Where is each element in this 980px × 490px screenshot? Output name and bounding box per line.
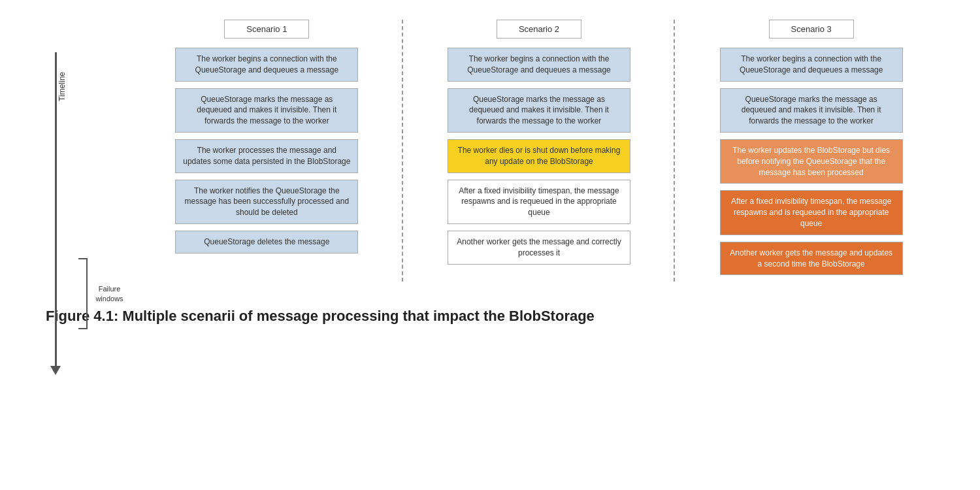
timeline-container: Timeline (33, 20, 78, 59)
timeline-arrowhead (50, 366, 61, 375)
scenario-1-column: Scenario 1 The worker begins a connectio… (131, 20, 403, 282)
bracket-vert-line (86, 259, 88, 328)
s1-box3: The worker processes the message and upd… (175, 139, 358, 173)
s1-box1: The worker begins a connection with the … (175, 48, 358, 82)
s2-box1: The worker begins a connection with the … (448, 48, 630, 82)
timeline-label: Timeline (57, 72, 67, 101)
s3-box4: After a fixed invisibility timespan, the… (720, 190, 903, 235)
s2-box4: After a fixed invisibility timespan, the… (448, 180, 630, 224)
s1-box2: QueueStorage marks the message as dequeu… (175, 88, 358, 133)
timeline-line (55, 52, 57, 366)
scenario-2-column: Scenario 2 The worker begins a connectio… (403, 20, 676, 282)
scenario-2-title: Scenario 2 (497, 20, 581, 39)
s2-box5: Another worker gets the message and corr… (448, 231, 630, 265)
s1-box5: QueueStorage deletes the message (175, 231, 358, 253)
scenario-3-title: Scenario 3 (769, 20, 854, 39)
scenario-1-title: Scenario 1 (224, 20, 309, 39)
scenario-3-column: Scenario 3 The worker begins a connectio… (675, 20, 947, 282)
s3-box3: The worker updates the BlobStorage but d… (720, 139, 903, 184)
scenarios-container: Scenario 1 The worker begins a connectio… (78, 20, 947, 282)
s2-box3: The worker dies or is shut down before m… (448, 139, 630, 173)
failure-bracket (78, 258, 88, 329)
s3-box2: QueueStorage marks the message as dequeu… (720, 88, 903, 133)
bracket-bottom-line (78, 328, 88, 329)
s1-box4: The worker notifies the QueueStorage the… (175, 180, 358, 224)
s3-box1: The worker begins a connection with the … (720, 48, 903, 82)
diagram-area: Timeline Failure windows Scenario 1 The … (33, 20, 947, 282)
s3-box5: Another worker gets the message and upda… (720, 242, 903, 276)
s2-box2: QueueStorage marks the message as dequeu… (448, 88, 630, 133)
failure-windows-label: Failure windows (91, 284, 127, 303)
